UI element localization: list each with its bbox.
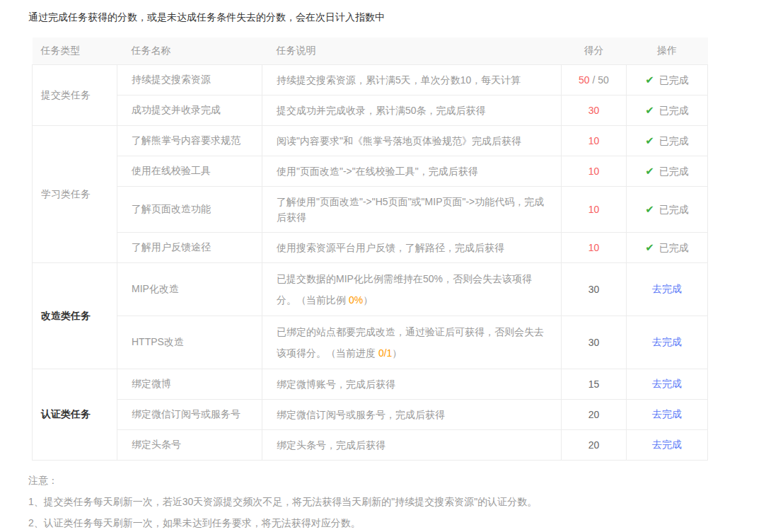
go-complete-link[interactable]: 去完成 [652, 283, 682, 294]
note-item-2: 2、认证类任务每天刷新一次，如果未达到任务要求，将无法获得对应分数。 [28, 517, 738, 529]
go-complete-link[interactable]: 去完成 [652, 439, 682, 450]
task-desc-text: ） [363, 294, 373, 306]
task-desc: 绑定头条号，完成后获得 [262, 430, 562, 461]
score-earned: 10 [588, 135, 600, 146]
task-score: 20 [562, 400, 627, 430]
check-icon: ✔ [645, 134, 654, 146]
task-name: 绑定头条号 [117, 430, 262, 461]
done-label: 已完成 [659, 135, 689, 146]
progress-value: 0% [349, 294, 363, 306]
task-name: MIP化改造 [117, 263, 262, 316]
header-action: 操作 [627, 37, 708, 65]
table-row: 成功提交并收录完成 提交成功并完成收录，累计满50条，完成后获得 30 ✔已完成 [33, 96, 708, 126]
task-score: 15 [562, 369, 627, 400]
note-item-1: 1、提交类任务每天刷新一次，若近30天资源提交频次不足，将无法获得当天刷新的"持… [28, 496, 738, 508]
task-score: 30 [562, 316, 627, 369]
score-earned: 30 [588, 105, 600, 116]
task-status: ✔已完成 [627, 126, 708, 156]
task-name: 使用在线校验工具 [117, 156, 262, 187]
task-desc-text: ） [392, 347, 402, 359]
task-score: 10 [562, 156, 627, 187]
task-desc: 持续提交搜索资源，累计满5天，单次分数10，每天计算 [262, 65, 562, 96]
task-action: 去完成 [627, 430, 708, 461]
score-total: / 50 [590, 74, 609, 86]
done-label: 已完成 [659, 74, 689, 86]
go-complete-link[interactable]: 去完成 [652, 336, 682, 347]
score-earned: 10 [588, 204, 600, 215]
table-row: 绑定微信订阅号或服务号 绑定微信订阅号或服务号，完成后获得 20 去完成 [33, 400, 708, 430]
task-name: 绑定微博 [117, 369, 262, 400]
score-earned: 50 [579, 74, 590, 86]
header-task-name: 任务名称 [117, 37, 262, 65]
task-desc: 使用搜索资源平台用户反馈，了解路径，完成后获得 [262, 233, 562, 263]
task-desc: 已提交数据的MIP化比例需维持在50%，否则会失去该项得分。（当前比例 0%） [262, 263, 562, 316]
task-score: 20 [562, 430, 627, 461]
score-earned: 10 [588, 242, 600, 253]
task-desc: 使用"页面改造"->"在线校验工具"，完成后获得 [262, 156, 562, 187]
progress-value: 0/1 [378, 347, 392, 359]
task-status: ✔已完成 [627, 96, 708, 126]
check-icon: ✔ [645, 104, 654, 116]
intro-text: 通过完成任务获得的分数，或是未达成任务条件失去的分数，会在次日计入指数中 [28, 11, 738, 24]
header-score: 得分 [562, 37, 627, 65]
task-name: HTTPS改造 [117, 316, 262, 369]
header-task-type: 任务类型 [33, 37, 117, 65]
task-score: 10 [562, 233, 627, 263]
task-desc: 绑定微信订阅号或服务号，完成后获得 [262, 400, 562, 430]
table-header-row: 任务类型 任务名称 任务说明 得分 操作 [33, 37, 708, 65]
task-action: 去完成 [627, 263, 708, 316]
table-row: 学习类任务 了解熊掌号内容要求规范 阅读"内容要求"和《熊掌号落地页体验规范》完… [33, 126, 708, 156]
task-desc-text: 已绑定的站点都要完成改造，通过验证后可获得，否则会失去该项得分。（当前进度 [277, 326, 544, 359]
check-icon: ✔ [645, 241, 654, 253]
go-complete-link[interactable]: 去完成 [652, 378, 682, 389]
task-status: ✔已完成 [627, 65, 708, 96]
task-score: 10 [562, 187, 627, 233]
task-group-label: 提交类任务 [33, 65, 117, 126]
table-row: 提交类任务 持续提交搜索资源 持续提交搜索资源，累计满5天，单次分数10，每天计… [33, 65, 708, 96]
task-group-label: 改造类任务 [33, 263, 117, 369]
task-score: 30 [562, 96, 627, 126]
task-desc: 阅读"内容要求"和《熊掌号落地页体验规范》完成后获得 [262, 126, 562, 156]
score-earned: 10 [588, 166, 600, 177]
task-status: ✔已完成 [627, 187, 708, 233]
task-name: 了解熊掌号内容要求规范 [117, 126, 262, 156]
done-label: 已完成 [659, 166, 689, 177]
task-desc: 已绑定的站点都要完成改造，通过验证后可获得，否则会失去该项得分。（当前进度 0/… [262, 316, 562, 369]
task-action: 去完成 [627, 400, 708, 430]
task-action: 去完成 [627, 369, 708, 400]
task-name: 持续提交搜索资源 [117, 65, 262, 96]
task-score: 10 [562, 126, 627, 156]
task-desc: 提交成功并完成收录，累计满50条，完成后获得 [262, 96, 562, 126]
task-desc-text: 已提交数据的MIP化比例需维持在50%，否则会失去该项得分。（当前比例 [277, 273, 532, 306]
task-score: 50 / 50 [562, 65, 627, 96]
task-action: 去完成 [627, 316, 708, 369]
table-row: 改造类任务 MIP化改造 已提交数据的MIP化比例需维持在50%，否则会失去该项… [33, 263, 708, 316]
go-complete-link[interactable]: 去完成 [652, 408, 682, 420]
table-row: 了解用户反馈途径 使用搜索资源平台用户反馈，了解路径，完成后获得 10 ✔已完成 [33, 233, 708, 263]
task-desc: 绑定微博账号，完成后获得 [262, 369, 562, 400]
check-icon: ✔ [645, 74, 654, 86]
task-name: 成功提交并收录完成 [117, 96, 262, 126]
task-name: 了解页面改造功能 [117, 187, 262, 233]
table-row: 了解页面改造功能 了解使用"页面改造"->"H5页面"或"MIP页面"->功能代… [33, 187, 708, 233]
check-icon: ✔ [645, 203, 654, 215]
notes-title: 注意： [28, 475, 738, 487]
task-desc: 了解使用"页面改造"->"H5页面"或"MIP页面"->功能代码，完成后获得 [262, 187, 562, 233]
notes-section: 注意： 1、提交类任务每天刷新一次，若近30天资源提交频次不足，将无法获得当天刷… [28, 475, 738, 529]
task-table: 任务类型 任务名称 任务说明 得分 操作 提交类任务 持续提交搜索资源 持续提交… [32, 37, 708, 461]
done-label: 已完成 [659, 204, 689, 215]
header-task-desc: 任务说明 [262, 37, 562, 65]
table-row: 使用在线校验工具 使用"页面改造"->"在线校验工具"，完成后获得 10 ✔已完… [33, 156, 708, 187]
task-name: 绑定微信订阅号或服务号 [117, 400, 262, 430]
task-status: ✔已完成 [627, 233, 708, 263]
task-group-label: 学习类任务 [33, 126, 117, 263]
task-name: 了解用户反馈途径 [117, 233, 262, 263]
task-status: ✔已完成 [627, 156, 708, 187]
table-row: HTTPS改造 已绑定的站点都要完成改造，通过验证后可获得，否则会失去该项得分。… [33, 316, 708, 369]
done-label: 已完成 [659, 242, 689, 253]
done-label: 已完成 [659, 105, 689, 116]
task-group-label: 认证类任务 [33, 369, 117, 461]
table-row: 绑定头条号 绑定头条号，完成后获得 20 去完成 [33, 430, 708, 461]
check-icon: ✔ [645, 165, 654, 177]
task-score-page: 通过完成任务获得的分数，或是未达成任务条件失去的分数，会在次日计入指数中 任务类… [0, 0, 766, 529]
